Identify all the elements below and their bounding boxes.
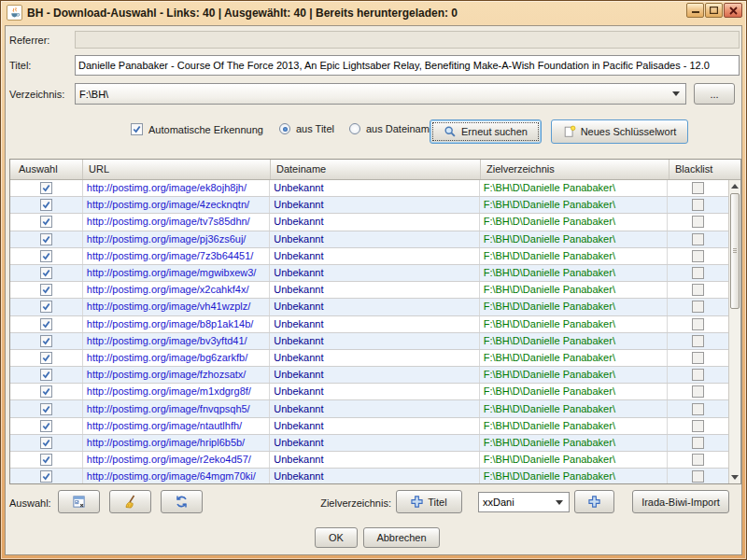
row-select-checkbox[interactable] <box>40 233 52 245</box>
row-url[interactable]: http://postimg.org/image/m1xdgrg8f/ <box>83 384 270 399</box>
browse-button[interactable]: ... <box>694 83 735 105</box>
maximize-button[interactable] <box>705 3 723 18</box>
row-select-checkbox[interactable] <box>40 352 52 364</box>
row-blacklist-checkbox[interactable] <box>692 284 704 296</box>
radio-from-filename[interactable]: aus Dateiname <box>349 123 435 134</box>
row-url[interactable]: http://postimg.org/image/vh41wzplz/ <box>83 299 270 315</box>
add-keyword-button[interactable] <box>574 490 614 513</box>
add-title-button[interactable]: Titel <box>396 490 462 513</box>
row-blacklist-checkbox[interactable] <box>692 403 704 415</box>
row-url[interactable]: http://postimg.org/image/bg6zarkfb/ <box>83 350 270 366</box>
row-url[interactable]: http://postimg.org/image/hripl6b5b/ <box>83 435 270 451</box>
column-header-zielverzeichnis[interactable]: Zielverzeichnis <box>481 160 669 179</box>
row-select-checkbox[interactable] <box>40 470 52 483</box>
row-select-checkbox[interactable] <box>40 403 52 415</box>
row-select-checkbox[interactable] <box>40 318 52 330</box>
table-row[interactable]: http://postimg.org/image/bg6zarkfb/ Unbe… <box>10 350 728 367</box>
row-url[interactable]: http://postimg.org/image/pj36zs6uj/ <box>83 231 270 247</box>
row-blacklist-checkbox[interactable] <box>692 182 704 194</box>
auto-detect-option[interactable]: Automatische Erkennung <box>131 123 263 135</box>
row-blacklist-checkbox[interactable] <box>692 454 704 466</box>
close-icon[interactable] <box>724 3 742 18</box>
table-row[interactable]: http://postimg.org/image/7z3b64451/ Unbe… <box>10 248 728 265</box>
table-row[interactable]: http://postimg.org/image/pj36zs6uj/ Unbe… <box>10 231 728 248</box>
table-row[interactable]: http://postimg.org/image/fzhozsatx/ Unbe… <box>10 367 728 384</box>
row-url[interactable]: http://postimg.org/image/fzhozsatx/ <box>83 367 270 383</box>
row-select-checkbox[interactable] <box>40 385 52 398</box>
column-header-dateiname[interactable]: Dateiname <box>271 160 481 179</box>
row-url[interactable]: http://postimg.org/image/fnvqpsqh5/ <box>83 400 270 416</box>
table-row[interactable]: http://postimg.org/image/b8p1ak14b/ Unbe… <box>10 316 728 333</box>
table-row[interactable]: http://postimg.org/image/tv7s85dhn/ Unbe… <box>10 214 728 231</box>
table-row[interactable]: http://postimg.org/image/4zecknqtn/ Unbe… <box>10 197 728 214</box>
row-url[interactable]: http://postimg.org/image/b8p1ak14b/ <box>83 316 270 332</box>
titlebar[interactable]: BH - Download-Auswahl - Links: 40 | Ausg… <box>1 1 746 24</box>
clean-selection-button[interactable] <box>109 490 151 513</box>
row-url[interactable]: http://postimg.org/image/64mgm70ki/ <box>83 469 270 483</box>
row-url[interactable]: http://postimg.org/image/ntautlhfh/ <box>83 418 270 434</box>
row-select-checkbox[interactable] <box>40 335 52 347</box>
table-row[interactable]: http://postimg.org/image/hripl6b5b/ Unbe… <box>10 435 728 452</box>
row-url[interactable]: http://postimg.org/image/ek8ojh8jh/ <box>83 180 270 196</box>
radio-from-filename-control[interactable] <box>349 123 360 134</box>
row-blacklist-checkbox[interactable] <box>692 385 704 398</box>
row-select-checkbox[interactable] <box>40 199 52 211</box>
row-blacklist-checkbox[interactable] <box>692 199 704 211</box>
row-blacklist-checkbox[interactable] <box>692 369 704 381</box>
row-url[interactable]: http://postimg.org/image/4zecknqtn/ <box>83 197 270 213</box>
titel-input[interactable] <box>75 55 740 76</box>
table-row[interactable]: http://postimg.org/image/ek8ojh8jh/ Unbe… <box>10 180 728 197</box>
row-blacklist-checkbox[interactable] <box>692 420 704 432</box>
column-header-blacklist[interactable]: Blacklist <box>669 160 730 179</box>
row-select-checkbox[interactable] <box>40 369 52 381</box>
row-select-checkbox[interactable] <box>40 454 52 466</box>
row-select-checkbox[interactable] <box>40 284 52 296</box>
row-url[interactable]: http://postimg.org/image/mgwibxew3/ <box>83 265 270 281</box>
row-select-checkbox[interactable] <box>40 301 52 313</box>
minimize-button[interactable] <box>686 3 704 18</box>
new-keyword-button[interactable]: Neues Schlüsselwort <box>551 119 688 144</box>
search-again-button[interactable]: Erneut suchen <box>430 119 542 144</box>
keyword-combobox[interactable]: xxDani <box>478 492 570 512</box>
radio-from-title-control[interactable] <box>279 123 290 134</box>
row-blacklist-checkbox[interactable] <box>692 301 704 313</box>
referrer-field[interactable] <box>75 31 740 49</box>
table-row[interactable]: http://postimg.org/image/vh41wzplz/ Unbe… <box>10 299 728 315</box>
vertical-scrollbar[interactable] <box>728 180 740 483</box>
row-blacklist-checkbox[interactable] <box>692 250 704 262</box>
row-url[interactable]: http://postimg.org/image/r2eko4d57/ <box>83 452 270 468</box>
row-url[interactable]: http://postimg.org/image/x2cahkf4x/ <box>83 282 270 298</box>
row-select-checkbox[interactable] <box>40 182 52 194</box>
row-select-checkbox[interactable] <box>40 420 52 432</box>
row-blacklist-checkbox[interactable] <box>692 352 704 364</box>
row-blacklist-checkbox[interactable] <box>692 318 704 330</box>
scrollbar-thumb[interactable] <box>730 193 740 309</box>
table-row[interactable]: http://postimg.org/image/fnvqpsqh5/ Unbe… <box>10 400 728 417</box>
row-url[interactable]: http://postimg.org/image/bv3yftd41/ <box>83 333 270 349</box>
row-select-checkbox[interactable] <box>40 267 52 279</box>
column-header-url[interactable]: URL <box>83 160 271 179</box>
row-blacklist-checkbox[interactable] <box>692 267 704 279</box>
row-select-checkbox[interactable] <box>40 250 52 262</box>
table-row[interactable]: http://postimg.org/image/mgwibxew3/ Unbe… <box>10 265 728 282</box>
row-url[interactable]: http://postimg.org/image/7z3b64451/ <box>83 248 270 264</box>
row-blacklist-checkbox[interactable] <box>692 335 704 347</box>
cancel-button[interactable]: Abbrechen <box>363 527 440 548</box>
row-blacklist-checkbox[interactable] <box>692 216 704 228</box>
row-select-checkbox[interactable] <box>40 216 52 228</box>
row-blacklist-checkbox[interactable] <box>692 470 704 483</box>
table-row[interactable]: http://postimg.org/image/ntautlhfh/ Unbe… <box>10 418 728 435</box>
ok-button[interactable]: OK <box>315 527 358 548</box>
verzeichnis-combobox[interactable]: F:\BH\ <box>75 83 686 105</box>
row-url[interactable]: http://postimg.org/image/tv7s85dhn/ <box>83 214 270 230</box>
scroll-up-icon[interactable] <box>729 180 740 192</box>
table-row[interactable]: http://postimg.org/image/m1xdgrg8f/ Unbe… <box>10 384 728 400</box>
row-blacklist-checkbox[interactable] <box>692 233 704 245</box>
selection-toggle-button[interactable] <box>58 490 100 513</box>
table-row[interactable]: http://postimg.org/image/64mgm70ki/ Unbe… <box>10 469 728 483</box>
table-row[interactable]: http://postimg.org/image/r2eko4d57/ Unbe… <box>10 452 728 469</box>
row-blacklist-checkbox[interactable] <box>692 437 704 449</box>
auto-detect-checkbox[interactable] <box>131 123 143 135</box>
refresh-selection-button[interactable] <box>161 490 203 513</box>
table-row[interactable]: http://postimg.org/image/x2cahkf4x/ Unbe… <box>10 282 728 299</box>
